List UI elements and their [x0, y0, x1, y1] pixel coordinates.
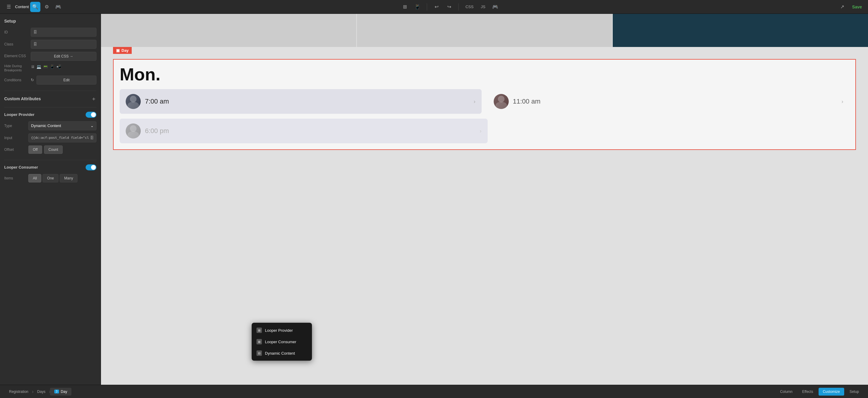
day-selection-box[interactable]: Mon. 7:00 am › 11:00 am › — [113, 59, 856, 150]
arrow-3: › — [480, 128, 482, 134]
time-card-3[interactable]: 6:00 pm › — [120, 119, 488, 143]
offset-off-button[interactable]: Off — [28, 145, 42, 154]
element-css-row: Element CSS Edit CSS → — [4, 52, 96, 61]
divider-1 — [4, 91, 96, 91]
css-button[interactable]: CSS — [463, 3, 476, 10]
divider-2 — [4, 107, 96, 107]
gamepad-button[interactable]: 🎮 — [53, 2, 63, 12]
time-cards-row-1: 7:00 am › 11:00 am › — [120, 89, 849, 114]
offset-row: Offset Off Count — [4, 145, 96, 154]
arrow-2: › — [841, 98, 843, 105]
canvas-inner: ▣ Day Mon. 7:00 am › — [101, 14, 868, 385]
conditions-label: Conditions — [4, 78, 28, 82]
breadcrumb-day[interactable]: 3 Day — [50, 388, 71, 396]
undo-button[interactable]: ↩ — [431, 2, 441, 12]
avatar-3 — [126, 124, 141, 138]
js-button[interactable]: JS — [478, 3, 488, 10]
items-label: Items — [4, 176, 28, 180]
add-element-button[interactable]: ⊞ — [400, 2, 410, 12]
offset-count-button[interactable]: Count — [44, 145, 63, 154]
setup-section-title: Setup — [4, 19, 96, 24]
element-css-label: Element CSS — [4, 54, 28, 59]
breadcrumb-registration-label: Registration — [9, 390, 28, 394]
id-input[interactable]: 🗄 — [31, 28, 96, 37]
tab-setup[interactable]: Setup — [845, 388, 863, 396]
toolbar-right: ↗ Save — [837, 2, 864, 12]
class-input[interactable]: 🗄 — [31, 40, 96, 49]
laptop-icon[interactable]: 💻 — [36, 64, 41, 69]
empty-space — [494, 119, 849, 143]
gamepad2-button[interactable]: 🎮 — [490, 2, 500, 12]
breadcrumb: Registration › Days › 3 Day — [5, 388, 71, 396]
class-label: Class — [4, 42, 28, 46]
items-many-button[interactable]: Many — [60, 174, 78, 183]
search-button[interactable]: 🔍 — [30, 2, 40, 12]
input-row: Input {{dc:acf:post_field field="cl 🗄 — [4, 133, 96, 142]
custom-attributes-section: Custom Attributes ＋ — [4, 95, 96, 102]
breadcrumb-registration[interactable]: Registration — [5, 388, 33, 396]
avatar-2 — [494, 94, 509, 109]
items-all-button[interactable]: All — [28, 174, 41, 183]
class-field-row: Class 🗄 — [4, 40, 96, 49]
bg-section-2 — [357, 14, 612, 47]
popup-label-2: Looper Consumer — [265, 340, 296, 344]
time-card-1[interactable]: 7:00 am › — [120, 89, 482, 114]
tablet-icon[interactable]: 📟 — [43, 64, 48, 69]
items-one-button[interactable]: One — [42, 174, 59, 183]
id-field-row: ID 🗄 — [4, 28, 96, 37]
settings-button[interactable]: ⚙ — [41, 2, 52, 12]
type-label: Type — [4, 124, 28, 128]
external-link-button[interactable]: ↗ — [837, 2, 847, 12]
popup-dynamic-content[interactable]: ⊟ Dynamic Content — [252, 347, 312, 359]
add-custom-attribute-button[interactable]: ＋ — [91, 95, 96, 102]
tablet2-icon[interactable]: 📱 — [50, 64, 55, 69]
breadcrumb-days[interactable]: Days — [33, 388, 50, 396]
bg-section-3 — [613, 14, 868, 47]
popup-icon-3: ⊟ — [256, 351, 262, 356]
id-label: ID — [4, 30, 28, 34]
redo-button[interactable]: ↪ — [444, 2, 454, 12]
looper-provider-section: Looper Provider Type Dynamic Content ⌄ I… — [4, 112, 96, 154]
bottom-tabs: Column Effects Customize Setup — [776, 388, 863, 396]
conditions-button[interactable]: Edit — [36, 75, 96, 85]
looper-provider-toggle-row: Looper Provider — [4, 112, 96, 118]
type-row: Type Dynamic Content ⌄ — [4, 121, 96, 130]
avatar-1 — [126, 94, 141, 109]
mobile-view-button[interactable]: 📱 — [412, 2, 423, 12]
breadcrumb-day-label: Day — [61, 390, 67, 394]
day-container: ▣ Day Mon. 7:00 am › — [101, 47, 868, 156]
offset-options: Off Count — [28, 145, 63, 154]
refresh-icon: ↻ — [31, 78, 34, 82]
toolbar-divider-2 — [458, 3, 459, 10]
tab-column[interactable]: Column — [776, 388, 797, 396]
day-badge-text: Day — [121, 48, 129, 53]
main-area: Setup ID 🗄 Class 🗄 Element CSS Edit CSS … — [0, 14, 868, 385]
popup-looper-provider[interactable]: ⊞ Looper Provider — [252, 325, 312, 336]
desktop-icon[interactable]: 🖥 — [31, 64, 35, 69]
hide-breakpoints-row: Hide During Breakpoints 🖥 💻 📟 📱 📲 — [4, 64, 96, 72]
tab-effects[interactable]: Effects — [798, 388, 817, 396]
sidebar-content: Setup ID 🗄 Class 🗄 Element CSS Edit CSS … — [0, 14, 101, 385]
input-field[interactable]: {{dc:acf:post_field field="cl 🗄 — [28, 133, 96, 142]
items-options: All One Many — [28, 174, 78, 183]
looper-provider-toggle[interactable] — [86, 112, 96, 118]
looper-consumer-section: Looper Consumer Items All One Many — [4, 164, 96, 183]
popup-looper-consumer[interactable]: ⊞ Looper Consumer — [252, 336, 312, 347]
tab-customize[interactable]: Customize — [818, 388, 844, 396]
bottom-bar: Registration › Days › 3 Day Column Effec… — [0, 385, 868, 398]
breadcrumb-days-label: Days — [37, 390, 45, 394]
hamburger-menu-button[interactable]: ☰ — [4, 2, 14, 12]
edit-css-button[interactable]: Edit CSS → — [31, 52, 96, 61]
save-button[interactable]: Save — [849, 3, 864, 10]
type-select[interactable]: Dynamic Content ⌄ — [28, 121, 96, 130]
looper-consumer-toggle[interactable] — [86, 164, 96, 170]
looper-provider-label: Looper Provider — [4, 112, 34, 117]
mobile-icon[interactable]: 📲 — [56, 64, 61, 69]
day-badge: ▣ Day — [113, 47, 132, 54]
time-card-2[interactable]: 11:00 am › — [488, 89, 849, 114]
offset-label: Offset — [4, 147, 28, 152]
left-sidebar: Setup ID 🗄 Class 🗄 Element CSS Edit CSS … — [0, 14, 101, 385]
toolbar-center: ⊞ 📱 ↩ ↪ CSS JS 🎮 — [400, 2, 500, 12]
class-db-icon: 🗄 — [33, 42, 37, 46]
conditions-row: Conditions ↻ Edit — [4, 75, 96, 85]
